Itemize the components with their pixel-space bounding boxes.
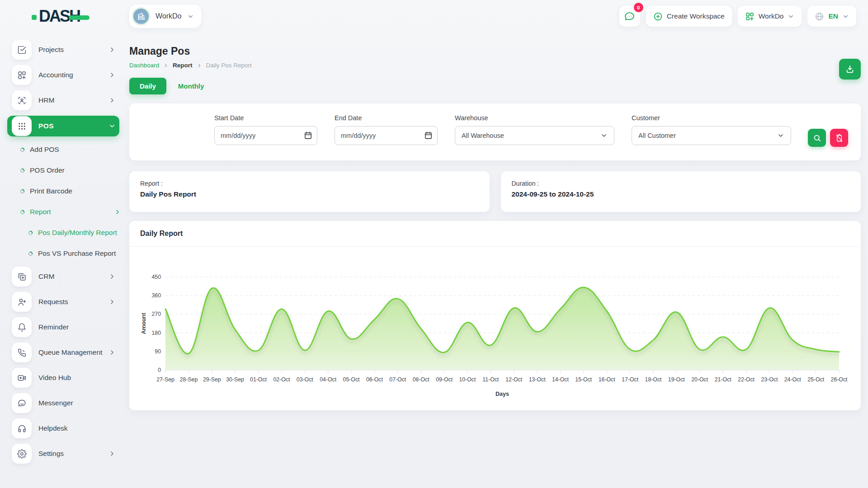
chevron-down-icon xyxy=(600,132,608,139)
end-date-input[interactable] xyxy=(335,126,438,145)
chevron-right-icon xyxy=(108,71,116,79)
sidebar-item-crm[interactable]: CRM xyxy=(7,267,119,286)
svg-text:17-Oct: 17-Oct xyxy=(622,376,638,383)
chevron-right-icon xyxy=(108,349,116,356)
donut-icon xyxy=(28,230,33,235)
svg-text:270: 270 xyxy=(151,311,161,317)
svg-text:180: 180 xyxy=(151,330,161,336)
workspace-avatar building-icon xyxy=(132,7,150,25)
svg-text:28-Sep: 28-Sep xyxy=(180,376,198,383)
chevron-right-icon xyxy=(108,298,116,305)
sidebar-item-label: POS Order xyxy=(30,165,121,175)
svg-text:450: 450 xyxy=(151,274,161,280)
end-date-label: End Date xyxy=(335,114,438,122)
svg-text:25-Oct: 25-Oct xyxy=(807,376,824,383)
sidebar-item-pos-vs-purchase-report[interactable]: Pos VS Purchase Report xyxy=(7,246,129,261)
sidebar-item-queue-management[interactable]: Queue Management xyxy=(7,343,119,362)
sidebar-item-label: Settings xyxy=(38,450,108,458)
breadcrumb-report[interactable]: Report xyxy=(173,62,193,69)
svg-text:05-Oct: 05-Oct xyxy=(343,376,360,383)
svg-text:02-Oct: 02-Oct xyxy=(273,376,290,383)
app-logo[interactable]: DASH xyxy=(32,8,99,24)
calendar-icon[interactable] xyxy=(304,131,312,140)
clear-filter-icon xyxy=(835,134,844,142)
chart-area-fill xyxy=(165,287,839,370)
sidebar-item-accounting[interactable]: Accounting xyxy=(7,65,119,85)
sidebar-item-label: Requests xyxy=(38,298,108,306)
svg-text:23-Oct: 23-Oct xyxy=(761,376,778,383)
svg-text:03-Oct: 03-Oct xyxy=(297,376,313,383)
sidebar-item-hrm[interactable]: HRM xyxy=(7,90,119,110)
chevron-right-icon xyxy=(197,63,202,68)
logo-dot xyxy=(32,15,37,20)
sidebar: ProjectsAccountingHRMPOSAdd POSPOS Order… xyxy=(0,33,120,488)
grid-plus-icon xyxy=(745,12,755,21)
topbar-actions: 0 Create Workspace WorkDo EN xyxy=(619,6,856,27)
sidebar-item-reminder[interactable]: Reminder xyxy=(7,317,119,337)
requests-icon xyxy=(12,292,32,312)
tab-daily[interactable]: Daily xyxy=(129,78,166,94)
sidebar-item-add-pos[interactable]: Add POS xyxy=(7,142,121,157)
chevron-down-icon xyxy=(777,132,784,139)
sidebar-item-video-hub[interactable]: Video Hub xyxy=(7,368,119,388)
donut-icon xyxy=(20,210,25,215)
chart-x-axis-title: Days xyxy=(495,391,509,397)
svg-text:360: 360 xyxy=(151,292,161,299)
warehouse-field-group: Warehouse All Warehouse xyxy=(455,114,614,145)
search-button[interactable] xyxy=(808,129,826,147)
filter-fields: Start Date End Date Warehouse All Wareho… xyxy=(214,114,791,145)
warehouse-label: Warehouse xyxy=(455,114,614,122)
sidebar-item-projects[interactable]: Projects xyxy=(7,40,119,60)
svg-text:11-Oct: 11-Oct xyxy=(482,376,499,383)
workspace-chip[interactable]: WorkDo xyxy=(129,5,201,28)
workspace-menu-button[interactable]: WorkDo xyxy=(738,6,802,27)
start-date-input[interactable] xyxy=(214,126,317,145)
sidebar-item-pos-order[interactable]: POS Order xyxy=(7,163,121,178)
download-icon xyxy=(845,64,855,74)
customer-field-group: Customer All Customer xyxy=(632,114,791,145)
start-date-field-group: Start Date xyxy=(214,114,317,145)
warehouse-select[interactable]: All Warehouse xyxy=(455,126,614,145)
svg-text:14-Oct: 14-Oct xyxy=(552,376,569,383)
download-button[interactable] xyxy=(839,59,861,80)
svg-text:0: 0 xyxy=(158,367,161,373)
donut-icon xyxy=(28,251,33,256)
chevron-down-icon xyxy=(187,13,194,20)
sidebar-item-report[interactable]: Report xyxy=(7,204,121,220)
start-date-label: Start Date xyxy=(214,114,317,122)
sidebar-item-pos[interactable]: POS xyxy=(7,116,119,136)
chevron-right-icon xyxy=(108,273,116,280)
messenger-icon xyxy=(12,393,32,413)
language-button[interactable]: EN xyxy=(807,6,856,27)
sidebar-item-settings[interactable]: Settings xyxy=(7,444,119,464)
tab-monthly[interactable]: Monthly xyxy=(178,82,204,90)
filter-actions xyxy=(808,129,848,147)
sidebar-item-requests[interactable]: Requests xyxy=(7,292,119,312)
sidebar-item-label: Reminder xyxy=(38,323,116,331)
breadcrumb: Dashboard Report Daily Pos Report xyxy=(129,62,861,69)
pos-icon xyxy=(12,116,32,136)
reset-filter-button[interactable] xyxy=(830,129,848,147)
svg-text:30-Sep: 30-Sep xyxy=(226,376,244,383)
calendar-icon[interactable] xyxy=(424,131,433,140)
end-date-field-group: End Date xyxy=(335,114,438,145)
svg-text:15-Oct: 15-Oct xyxy=(575,376,592,383)
video-icon xyxy=(12,368,32,388)
workspace-name: WorkDo xyxy=(156,12,182,20)
create-workspace-button[interactable]: Create Workspace xyxy=(646,6,732,27)
sidebar-item-print-barcode[interactable]: Print Barcode xyxy=(7,183,121,199)
sidebar-item-helpdesk[interactable]: Helpdesk xyxy=(7,418,119,438)
messages-button[interactable]: 0 xyxy=(619,6,640,27)
daily-report-chart: 09018027036045027-Sep28-Sep29-Sep30-Sep0… xyxy=(129,247,861,402)
sidebar-item-pos-daily-monthly-report[interactable]: Pos Daily/Monthly Report xyxy=(7,225,129,240)
chevron-down-icon xyxy=(788,13,794,20)
customer-select[interactable]: All Customer xyxy=(632,126,791,145)
breadcrumb-dashboard[interactable]: Dashboard xyxy=(129,62,159,69)
donut-icon xyxy=(20,189,25,194)
chart-y-axis-title: Amount xyxy=(141,313,147,334)
sidebar-item-messenger[interactable]: Messenger xyxy=(7,393,119,413)
svg-text:06-Oct: 06-Oct xyxy=(366,376,383,383)
sidebar-item-label: CRM xyxy=(38,272,108,281)
accounting-icon xyxy=(12,65,32,85)
sidebar-item-label: Pos VS Purchase Report xyxy=(38,249,129,258)
